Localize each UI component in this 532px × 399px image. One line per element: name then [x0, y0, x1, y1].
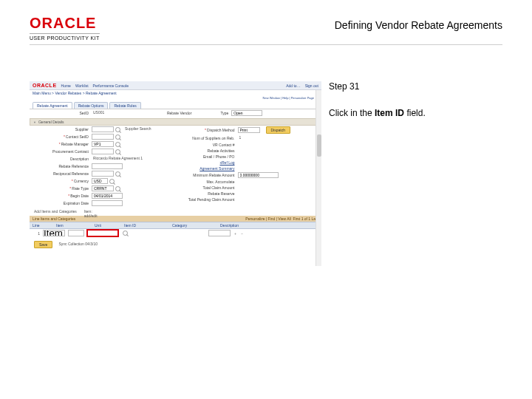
lookup-icon[interactable] — [115, 127, 120, 132]
left-column: SupplierSupplier Search Contact SetID Re… — [30, 126, 176, 207]
tab-strip: Rebate Agreement Rebate Options Rebate R… — [30, 100, 321, 109]
min-rebate-input[interactable] — [238, 172, 279, 178]
xref-link[interactable]: xRef Log — [219, 160, 234, 165]
rate-type-input[interactable] — [92, 185, 114, 191]
lookup-icon[interactable] — [115, 149, 120, 154]
header-band: SetID US001 Rebate Vendor Type — [30, 109, 321, 117]
lookup-icon[interactable] — [109, 179, 115, 184]
nav-link[interactable]: Sign out — [305, 83, 318, 88]
grid-actions[interactable]: Personalize | Find | View All First 1 of… — [245, 216, 318, 221]
table-row: 1 ＋ － — [30, 229, 321, 237]
tab-rebate-options[interactable]: Rebate Options — [74, 102, 109, 109]
nav-link[interactable]: Worklist — [75, 83, 89, 88]
lookup-icon[interactable] — [123, 231, 128, 236]
nav-link[interactable]: Performance Console — [93, 83, 129, 88]
vertical-scrollbar[interactable] — [316, 90, 321, 266]
upx-subtitle: USER PRODUCTIVITY KIT — [30, 33, 100, 41]
dispatch-button[interactable]: Dispatch — [266, 126, 290, 134]
oracle-wordmark: ORACLE — [30, 15, 100, 32]
breadcrumb: Main Menu > Vendor Rebates > Rebate Agre… — [33, 91, 318, 95]
order-input[interactable] — [208, 230, 231, 236]
instruction-panel: Step 31 Click in the Item ID field. — [329, 81, 502, 118]
expiration-date-input[interactable] — [92, 200, 123, 206]
content-area: Step 31 Click in the Item ID field. ORAC… — [30, 59, 502, 384]
rebate-ref-input[interactable] — [92, 163, 123, 169]
lookup-icon[interactable] — [115, 186, 120, 191]
lookup-icon[interactable] — [115, 134, 120, 140]
save-button[interactable]: Save — [34, 241, 52, 248]
field-name: Item ID — [375, 108, 404, 118]
lookup-icon[interactable] — [115, 171, 120, 177]
instruction-text: Click in the Item ID field. — [329, 108, 502, 118]
summary-link[interactable]: Agreement Summary — [200, 166, 234, 171]
contact-setid-input[interactable] — [92, 134, 114, 140]
right-column: Dispatch MethodDispatch Num of Suppliers… — [176, 126, 322, 207]
divider — [30, 44, 502, 45]
currency-input[interactable] — [92, 178, 108, 184]
add-items-dropdown[interactable]: Item: add/edit — [83, 209, 105, 215]
nav-link[interactable]: Add to… — [286, 83, 300, 88]
tab-rebate-agreement[interactable]: Rebate Agreement — [33, 102, 72, 109]
training-slide: ORACLE USER PRODUCTIVITY KIT Defining Ve… — [0, 0, 532, 399]
supplier-input[interactable] — [92, 126, 114, 132]
app-topbar: ORACLE Home Worklist Performance Console… — [30, 81, 321, 90]
step-label: Step 31 — [329, 81, 502, 92]
proc-contract-input[interactable] — [92, 149, 114, 154]
item-id-input[interactable] — [87, 230, 118, 236]
begin-date-input[interactable] — [92, 193, 123, 199]
unit-input[interactable] — [68, 230, 84, 236]
rebate-manager-input[interactable] — [92, 141, 114, 147]
scrollbar-thumb[interactable] — [317, 134, 321, 157]
reciprocal-ref-input[interactable] — [92, 171, 114, 177]
tab-rebate-rules[interactable]: Rebate Rules — [109, 102, 140, 109]
lookup-icon[interactable] — [115, 142, 120, 147]
dispatch-method-select[interactable] — [238, 127, 260, 133]
delete-row-icon[interactable]: － — [240, 231, 244, 236]
app-brand: ORACLE — [33, 83, 57, 88]
oracle-logo: ORACLE USER PRODUCTIVITY KIT — [30, 15, 100, 41]
grid-columns: Line Item Unit Item ID Category Descript… — [30, 222, 321, 229]
nav-link[interactable]: Home — [61, 83, 71, 88]
app-screenshot: ORACLE Home Worklist Performance Console… — [30, 81, 321, 266]
general-details-section: General Details SupplierSupplier Search … — [30, 118, 321, 207]
slide-header: ORACLE USER PRODUCTIVITY KIT Defining Ve… — [30, 15, 502, 41]
add-row-icon[interactable]: ＋ — [233, 231, 237, 236]
slide-title: Defining Vendor Rebate Agreements — [335, 19, 502, 31]
grid-subheader: Line Items and Categories Personalize | … — [30, 216, 321, 222]
item-select[interactable] — [43, 230, 65, 236]
type-select[interactable] — [231, 110, 262, 116]
section-header[interactable]: General Details — [30, 118, 321, 126]
line-items-section: Add Items and CategoriesItem: add/edit L… — [30, 208, 321, 249]
